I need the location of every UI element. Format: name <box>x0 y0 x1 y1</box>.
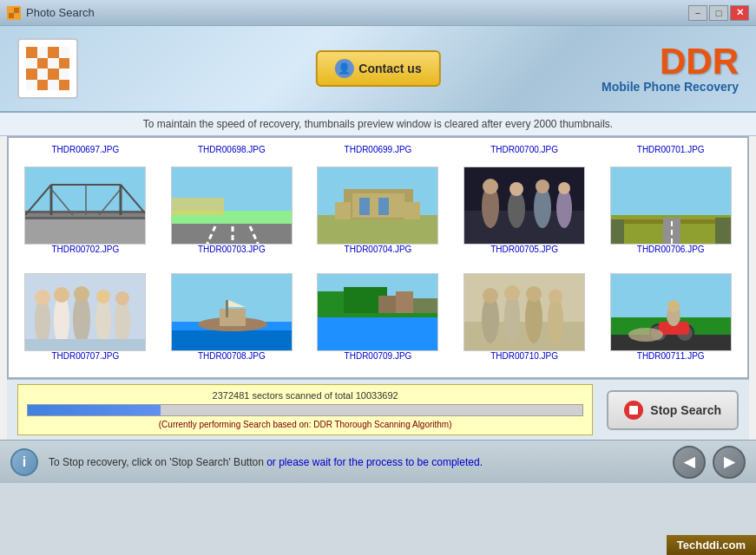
list-item[interactable]: THDR00703.JPG <box>159 161 306 261</box>
thumb-label: THDR00711.JPG <box>637 351 705 361</box>
thumb-row-2: THDR00702.JPG THDR00703.JPG <box>9 158 747 264</box>
svg-rect-59 <box>25 339 146 351</box>
label-699: THDR00699.JPG <box>305 141 451 158</box>
window-controls: − □ ✕ <box>688 5 749 21</box>
list-item[interactable]: THDR00702.JPG <box>12 161 159 261</box>
svg-rect-29 <box>335 202 351 219</box>
progress-area: 2372481 sectors scanned of total 1003369… <box>7 379 749 440</box>
thumbnail-706 <box>610 166 732 245</box>
svg-rect-15 <box>25 219 146 245</box>
minimize-button[interactable]: − <box>688 5 707 21</box>
watermark: Techddi.com <box>667 535 756 555</box>
svg-point-78 <box>483 288 498 304</box>
thumbnail-704 <box>317 166 438 245</box>
thumbnail-703 <box>171 166 293 245</box>
thumb-label: THDR00703.JPG <box>198 245 266 254</box>
progress-bar-container <box>27 404 583 416</box>
svg-rect-74 <box>413 298 438 313</box>
list-item[interactable]: THDR00707.JPG <box>12 268 159 368</box>
app-icon <box>7 6 21 20</box>
window-title: Photo Search <box>26 6 95 19</box>
thumbnail-710 <box>463 273 585 351</box>
label-697: THDR00697.JPG <box>12 141 159 158</box>
stop-search-button[interactable]: Stop Search <box>607 390 739 430</box>
list-item[interactable]: THDR00710.JPG <box>451 268 598 368</box>
svg-point-58 <box>115 291 129 305</box>
list-item[interactable]: THDR00709.JPG <box>305 268 451 368</box>
svg-rect-2 <box>14 8 19 13</box>
label-row-1: THDR00697.JPG THDR00698.JPG THDR00699.JP… <box>9 138 747 158</box>
list-item[interactable]: THDR00706.JPG <box>597 161 744 261</box>
maximize-button[interactable]: □ <box>709 5 728 21</box>
svg-point-38 <box>536 180 549 193</box>
info-message: To maintain the speed of recovery, thumb… <box>143 118 613 130</box>
thumb-label: THDR00705.JPG <box>490 245 558 254</box>
label-701: THDR00701.JPG <box>597 141 744 158</box>
progress-description: (Currently performing Search based on: D… <box>27 420 583 429</box>
list-item[interactable]: THDR00705.JPG <box>451 161 598 261</box>
svg-point-54 <box>74 286 89 302</box>
svg-rect-65 <box>226 300 228 317</box>
main-content: THDR00697.JPG THDR00698.JPG THDR00699.JP… <box>0 136 756 440</box>
close-button[interactable]: ✕ <box>730 5 749 21</box>
progress-bar-fill <box>28 405 161 415</box>
checker-pattern <box>26 47 69 90</box>
svg-point-40 <box>558 182 570 194</box>
status-text-link: or please wait for the process to be com… <box>264 456 483 468</box>
header: 👤 Contact us DDR Mobile Phone Recovery <box>0 26 756 113</box>
thumbnail-709 <box>317 273 438 351</box>
info-icon: i <box>10 448 38 476</box>
svg-point-82 <box>526 286 542 302</box>
svg-rect-28 <box>378 198 389 215</box>
svg-rect-1 <box>14 13 19 18</box>
svg-rect-27 <box>359 198 370 215</box>
svg-point-83 <box>548 297 563 343</box>
svg-rect-62 <box>172 330 293 351</box>
thumb-row-3: THDR00707.JPG THDR00708.JPG <box>9 264 747 371</box>
svg-point-94 <box>628 328 663 342</box>
thumb-label: THDR00710.JPG <box>490 351 558 361</box>
thumbnail-705 <box>463 166 585 245</box>
forward-button[interactable]: ▶ <box>713 446 746 479</box>
label-698: THDR00698.JPG <box>159 141 306 158</box>
thumb-label: THDR00709.JPG <box>345 351 412 361</box>
thumbnail-708 <box>171 273 293 351</box>
nav-buttons: ◀ ▶ <box>673 446 746 479</box>
brand-subtitle: Mobile Phone Recovery <box>602 80 739 94</box>
svg-point-52 <box>54 287 69 303</box>
back-button[interactable]: ◀ <box>673 446 706 479</box>
svg-point-36 <box>509 182 523 196</box>
svg-point-57 <box>115 298 130 345</box>
thumbnail-grid[interactable]: THDR00697.JPG THDR00698.JPG THDR00699.JP… <box>7 136 749 379</box>
stop-icon <box>624 401 643 420</box>
svg-rect-73 <box>396 291 413 313</box>
title-bar: Photo Search − □ ✕ <box>0 0 756 26</box>
info-bar: To maintain the speed of recovery, thumb… <box>0 113 756 136</box>
status-message: To Stop recovery, click on 'Stop Search'… <box>49 456 662 468</box>
thumb-label: THDR00707.JPG <box>51 351 119 361</box>
brand-name: DDR <box>602 43 739 80</box>
brand-area: DDR Mobile Phone Recovery <box>602 43 739 94</box>
label-700: THDR00700.JPG <box>451 141 598 158</box>
contact-icon: 👤 <box>334 59 353 78</box>
svg-rect-22 <box>172 198 224 215</box>
app-logo <box>17 38 78 99</box>
svg-rect-45 <box>715 218 732 245</box>
svg-rect-44 <box>611 219 624 245</box>
svg-rect-30 <box>404 202 420 219</box>
thumb-label: THDR00702.JPG <box>51 245 119 254</box>
svg-rect-0 <box>9 8 14 13</box>
list-item[interactable]: THDR00708.JPG <box>159 268 306 368</box>
svg-point-84 <box>549 290 562 304</box>
progress-box: 2372481 sectors scanned of total 1003369… <box>17 384 593 435</box>
status-text-part1: To Stop recovery, click on 'Stop Search'… <box>49 456 264 468</box>
thumbnail-711 <box>610 273 732 351</box>
svg-point-80 <box>504 285 520 301</box>
list-item[interactable]: THDR00711.JPG <box>597 268 744 368</box>
svg-rect-3 <box>9 13 14 18</box>
contact-button[interactable]: 👤 Contact us <box>315 50 440 87</box>
svg-point-56 <box>96 290 110 304</box>
svg-rect-24 <box>318 215 438 245</box>
list-item[interactable]: THDR00704.JPG <box>305 161 451 261</box>
svg-point-34 <box>483 179 498 194</box>
